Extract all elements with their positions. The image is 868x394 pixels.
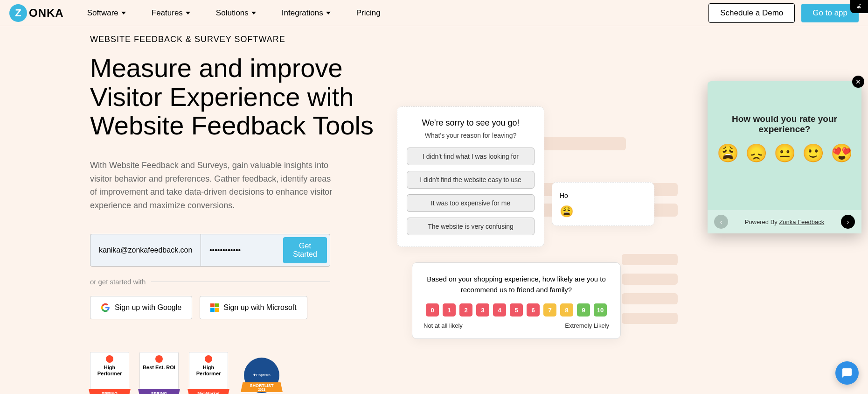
chevron-down-icon	[186, 12, 190, 14]
chevron-down-icon	[251, 12, 256, 14]
google-signup-button[interactable]: Sign up with Google	[90, 296, 192, 319]
nps-button-0[interactable]: 0	[426, 303, 439, 317]
powered-link[interactable]: Zonka Feedback	[779, 218, 824, 225]
google-label: Sign up with Google	[115, 303, 181, 312]
nav-features[interactable]: Features	[152, 8, 190, 18]
nav-software[interactable]: Software	[87, 8, 126, 18]
password-field[interactable]	[201, 234, 280, 266]
nps-button-3[interactable]: 3	[476, 303, 489, 317]
eyebrow: WEBSITE FEEDBACK & SURVEY SOFTWARE	[90, 35, 389, 44]
rating-emoji-1[interactable]: 😞	[745, 143, 767, 163]
nav-software-label: Software	[87, 8, 118, 18]
nps-button-8[interactable]: 8	[560, 303, 573, 317]
prev-button[interactable]: ‹	[714, 215, 728, 229]
microsoft-signup-button[interactable]: Sign up with Microsoft	[200, 296, 307, 319]
badge-title: High Performer	[191, 365, 226, 377]
badge-title: Best Est. ROI	[143, 365, 175, 371]
nav-pricing[interactable]: Pricing	[356, 8, 381, 18]
rating-peek-card: Ho 😩	[552, 182, 654, 226]
nps-scale: 012345678910	[424, 303, 609, 317]
or-text: or get started with	[90, 278, 146, 286]
navbar: Z ONKA Software Features Solutions Integ…	[0, 0, 868, 26]
nav-integrations-label: Integrations	[282, 8, 323, 18]
chevron-down-icon	[326, 12, 331, 14]
chevron-down-icon	[121, 12, 126, 14]
logo-icon: Z	[9, 4, 27, 22]
peek-title: Ho	[560, 192, 646, 199]
signup-form: Get Started	[90, 234, 330, 267]
exit-option-3[interactable]: The website is very confusing	[407, 218, 535, 235]
chevron-right-icon: ›	[847, 218, 849, 225]
nps-button-10[interactable]: 10	[594, 303, 607, 317]
nav-pricing-label: Pricing	[356, 8, 381, 18]
nps-low-label: Not at all likely	[424, 322, 463, 329]
microsoft-icon	[210, 303, 219, 312]
nps-button-9[interactable]: 9	[577, 303, 590, 317]
rating-emoji-4[interactable]: 😍	[831, 143, 853, 163]
badge-title: High Performer	[92, 365, 127, 377]
rating-emoji-3[interactable]: 🙂	[802, 143, 824, 163]
feedback-overlay: ✕ How would you rate your experience? 😩😞…	[708, 81, 861, 233]
badge-capterra: ★Capterra SHORTLIST 2023	[238, 352, 285, 394]
accessibility-tab-icon[interactable]	[850, 0, 868, 13]
nps-button-7[interactable]: 7	[543, 303, 556, 317]
nps-button-6[interactable]: 6	[527, 303, 540, 317]
nav-integrations[interactable]: Integrations	[282, 8, 331, 18]
nps-button-1[interactable]: 1	[443, 303, 456, 317]
or-divider: or get started with	[90, 278, 330, 286]
nps-labels: Not at all likely Extremely Likely	[424, 322, 609, 329]
exit-option-2[interactable]: It was too expensive for me	[407, 194, 535, 212]
rating-emoji-0[interactable]: 😩	[717, 143, 739, 163]
close-button[interactable]: ✕	[852, 76, 864, 88]
capterra-banner: SHORTLIST 2023	[241, 382, 283, 392]
subhead: With Website Feedback and Surveys, gain …	[90, 159, 333, 212]
schedule-demo-button[interactable]: Schedule a Demo	[708, 3, 795, 23]
logo-text: ONKA	[29, 7, 64, 20]
placeholder-bars-2	[622, 254, 678, 332]
microsoft-label: Sign up with Microsoft	[223, 303, 297, 312]
logo[interactable]: Z ONKA	[9, 4, 64, 22]
nps-question: Based on your shopping experience, how l…	[424, 274, 609, 295]
g2-icon	[106, 355, 113, 363]
nps-card: Based on your shopping experience, how l…	[412, 262, 621, 339]
badges-row: High Performer SPRING Best Est. ROI SPRI…	[90, 352, 389, 394]
chat-icon	[841, 367, 853, 379]
nav-solutions-label: Solutions	[216, 8, 249, 18]
hero-content: WEBSITE FEEDBACK & SURVEY SOFTWARE Measu…	[90, 35, 389, 394]
nav-solutions[interactable]: Solutions	[216, 8, 256, 18]
overlay-emoji-row: 😩😞😐🙂😍	[717, 143, 852, 163]
badge-ribbon: Mid-Market	[187, 389, 229, 394]
next-button[interactable]: ›	[841, 215, 855, 229]
nps-high-label: Extremely Likely	[565, 322, 609, 329]
nps-button-5[interactable]: 5	[510, 303, 523, 317]
chevron-left-icon: ‹	[720, 218, 722, 225]
badge-high-performer-2: High Performer Mid-Market	[189, 352, 228, 394]
exit-subtitle: What's your reason for leaving?	[407, 132, 535, 139]
nav-actions: Schedule a Demo Go to app	[708, 3, 859, 23]
badge-ribbon: SPRING	[138, 389, 180, 394]
powered-prefix: Powered By	[745, 218, 779, 225]
overlay-question: How would you rate your experience?	[717, 114, 852, 134]
close-icon: ✕	[855, 78, 861, 85]
exit-title: We're sorry to see you go!	[407, 118, 535, 128]
oauth-buttons: Sign up with Google Sign up with Microso…	[90, 296, 389, 319]
peek-emoji-row: 😩	[560, 205, 646, 218]
g2-icon	[155, 355, 163, 363]
headline: Measure and improve Visitor Experience w…	[90, 54, 389, 140]
google-icon	[101, 303, 110, 312]
g2-icon	[205, 355, 212, 363]
exit-option-1[interactable]: I didn't find the website easy to use	[407, 171, 535, 189]
email-field[interactable]	[90, 234, 201, 266]
badge-best-roi: Best Est. ROI SPRING	[139, 352, 179, 394]
powered-by: Powered By Zonka Feedback	[745, 218, 825, 225]
chat-launcher[interactable]	[835, 361, 859, 385]
exit-option-0[interactable]: I didn't find what I was looking for	[407, 148, 535, 165]
rating-emoji-2[interactable]: 😐	[774, 143, 796, 163]
overlay-footer: ‹ Powered By Zonka Feedback ›	[708, 210, 861, 233]
get-started-button[interactable]: Get Started	[283, 237, 327, 263]
nps-button-2[interactable]: 2	[459, 303, 472, 317]
nps-button-4[interactable]: 4	[493, 303, 506, 317]
nav-items: Software Features Solutions Integrations…	[87, 8, 709, 18]
nav-features-label: Features	[152, 8, 183, 18]
badge-high-performer-1: High Performer SPRING	[90, 352, 129, 394]
